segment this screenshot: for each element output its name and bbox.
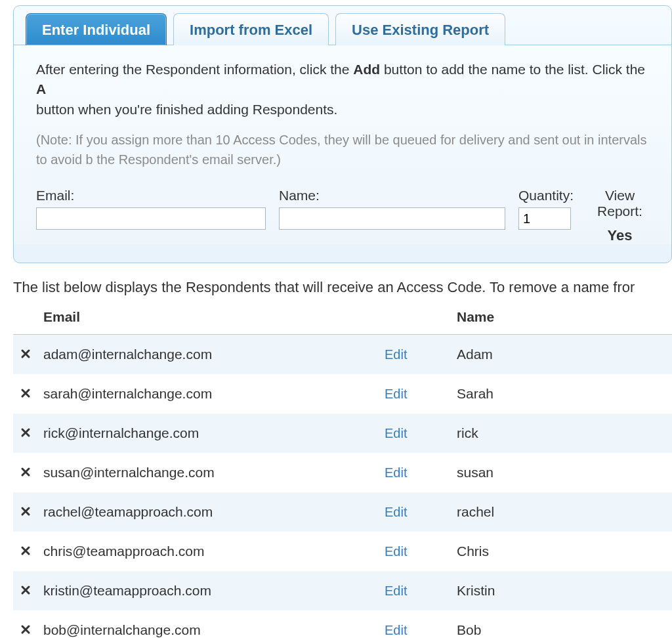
close-icon: [20, 467, 31, 477]
email-field[interactable]: [36, 207, 266, 230]
edit-row-link[interactable]: Edit: [385, 623, 407, 637]
row-name: rachel: [452, 492, 672, 532]
table-row: sarah@internalchange.comEditSarah: [13, 374, 672, 414]
column-header-name: Name: [452, 303, 672, 335]
tab-strip: Enter Individual Import from Excel Use E…: [14, 6, 671, 45]
row-email: adam@internalchange.com: [38, 335, 379, 375]
row-name: rick: [452, 414, 672, 453]
quantity-stepper[interactable]: [518, 207, 571, 230]
table-row: rachel@teamapproach.comEditrachel: [13, 492, 672, 532]
table-row: susan@internalchange.comEditsusan: [13, 453, 672, 492]
intro-text: After entering the Respondent informatio…: [36, 60, 653, 119]
table-row: rick@internalchange.comEditrick: [13, 414, 672, 453]
edit-row-link[interactable]: Edit: [385, 584, 407, 598]
view-report-label: View Report:: [587, 188, 653, 219]
remove-row-button[interactable]: [18, 543, 33, 558]
close-icon: [20, 624, 31, 635]
intro-part2: button to add the name to the list. Clic…: [380, 62, 645, 77]
close-icon: [20, 388, 31, 398]
table-row: chris@teamapproach.comEditChris: [13, 532, 672, 571]
remove-row-button[interactable]: [18, 504, 33, 519]
table-row: bob@internalchange.comEditBob: [13, 610, 672, 638]
close-icon: [20, 427, 31, 438]
entry-form: Email: Name: Quantity: View Report: Yes: [36, 188, 653, 244]
name-label: Name:: [279, 188, 505, 203]
close-icon: [20, 545, 31, 556]
list-intro-text: The list below displays the Respondents …: [13, 279, 672, 296]
row-email: rick@internalchange.com: [38, 414, 379, 453]
view-report-value: Yes: [587, 227, 653, 244]
table-row: kristin@teamapproach.comEditKristin: [13, 571, 672, 610]
respondents-table: Email Name adam@internalchange.comEditAd…: [13, 303, 672, 638]
row-email: sarah@internalchange.com: [38, 374, 379, 414]
note-text: (Note: If you assign more than 10 Access…: [36, 130, 653, 169]
edit-row-link[interactable]: Edit: [385, 426, 407, 440]
row-email: rachel@teamapproach.com: [38, 492, 379, 532]
tab-import-excel[interactable]: Import from Excel: [173, 13, 329, 45]
row-name: Kristin: [452, 571, 672, 610]
intro-part1: After entering the Respondent informatio…: [36, 62, 353, 77]
close-icon: [20, 349, 31, 359]
row-email: chris@teamapproach.com: [38, 532, 379, 571]
edit-row-link[interactable]: Edit: [385, 347, 407, 362]
close-icon: [20, 585, 31, 595]
intro-part3: button when you're finished adding Respo…: [36, 102, 337, 117]
row-email: kristin@teamapproach.com: [38, 571, 379, 610]
row-name: Bob: [452, 610, 672, 638]
remove-row-button[interactable]: [18, 425, 33, 440]
row-name: Adam: [452, 335, 672, 375]
remove-row-button[interactable]: [18, 622, 33, 637]
row-name: Chris: [452, 532, 672, 571]
row-email: bob@internalchange.com: [38, 610, 379, 638]
close-icon: [20, 506, 31, 517]
intro-bold-add: Add: [353, 62, 380, 77]
remove-row-button[interactable]: [18, 583, 33, 597]
edit-row-link[interactable]: Edit: [385, 465, 407, 480]
name-field[interactable]: [279, 207, 505, 230]
edit-row-link[interactable]: Edit: [385, 505, 407, 519]
remove-row-button[interactable]: [18, 347, 33, 361]
row-email: susan@internalchange.com: [38, 453, 379, 492]
email-label: Email:: [36, 188, 266, 203]
row-name: susan: [452, 453, 672, 492]
remove-row-button[interactable]: [18, 386, 33, 400]
edit-row-link[interactable]: Edit: [385, 544, 407, 559]
edit-row-link[interactable]: Edit: [385, 387, 407, 401]
row-name: Sarah: [452, 374, 672, 414]
column-header-email: Email: [38, 303, 379, 335]
tab-enter-individual[interactable]: Enter Individual: [26, 13, 167, 45]
tab-use-existing-report[interactable]: Use Existing Report: [335, 13, 505, 45]
remove-row-button[interactable]: [18, 465, 33, 479]
tab-body: After entering the Respondent informatio…: [14, 45, 671, 244]
intro-bold-a: A: [36, 81, 46, 96]
table-row: adam@internalchange.comEditAdam: [13, 335, 672, 375]
quantity-label: Quantity:: [518, 188, 574, 203]
entry-panel: Enter Individual Import from Excel Use E…: [13, 5, 672, 263]
